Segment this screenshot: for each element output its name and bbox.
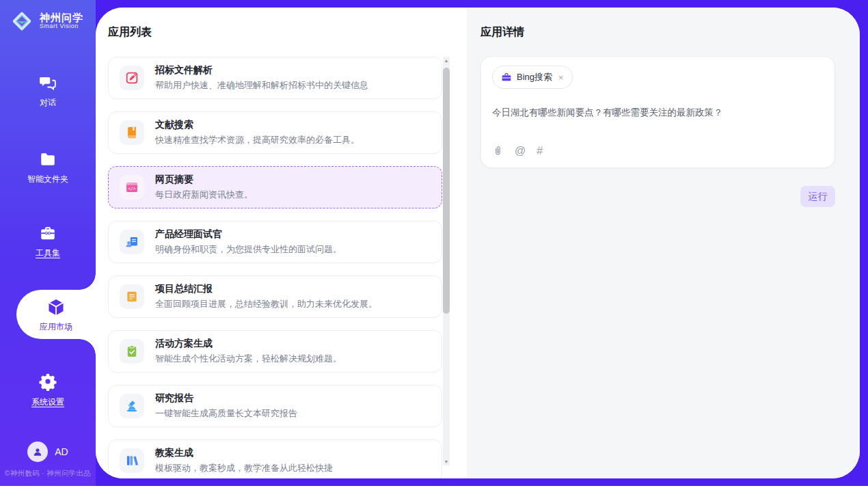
sidebar-item-label: 智能文件夹 [27, 174, 68, 185]
browser-code-icon: </> [120, 175, 144, 200]
app-description: 智能生成个性化活动方案，轻松解决规划难题。 [155, 353, 342, 365]
app-detail-title: 应用详情 [480, 25, 524, 40]
query-input-card[interactable]: Bing搜索 × 今日湖北有哪些新闻要点？有哪些需要关注的最新政策？ @ # [480, 56, 835, 168]
gear-icon [38, 372, 57, 391]
list-item-研究报告[interactable]: 研究报告一键智能生成高质量长文本研究报告 [108, 385, 442, 427]
app-card-text: 研究报告一键智能生成高质量长文本研究报告 [155, 392, 297, 420]
app-name: 活动方案生成 [155, 338, 342, 350]
app-logo: 神州问学 Smart Vision [10, 9, 83, 33]
sidebar-item-智能文件夹[interactable]: 智能文件夹 [0, 150, 96, 185]
clipboard-check-icon [120, 339, 144, 364]
run-button[interactable]: 运行 [800, 186, 835, 207]
hash-tag-icon[interactable]: # [537, 145, 543, 157]
list-item-招标文件解析[interactable]: 招标文件解析帮助用户快速、准确地理解和解析招标书中的关键信息 [108, 57, 442, 99]
app-description: 全面回顾项目进展，总结经验教训，助力未来优化发展。 [155, 298, 377, 310]
user-row[interactable]: AD [0, 442, 96, 462]
app-description: 模板驱动，教案秒成，教学准备从此轻松快捷 [155, 462, 333, 474]
app-card-text: 网页摘要每日政府新闻资讯快查。 [155, 174, 253, 201]
app-list-title: 应用列表 [108, 25, 152, 40]
note-icon [120, 284, 144, 309]
app-detail-panel: 应用详情 Bing搜索 × 今日湖北有哪些新闻要点？有哪些需要关注的最新政策？ [467, 8, 860, 478]
svg-text:</>: </> [128, 186, 136, 191]
app-name: 网页摘要 [155, 174, 253, 186]
sidebar-item-label: 系统设置 [31, 396, 64, 408]
list-item-项目总结汇报[interactable]: 项目总结汇报全面回顾项目进展，总结经验教训，助力未来优化发展。 [108, 275, 442, 318]
book-icon [120, 120, 144, 145]
user-avatar-icon [27, 442, 48, 462]
app-list-items: 招标文件解析帮助用户快速、准确地理解和解析招标书中的关键信息文献搜索快速精准查找… [108, 57, 442, 478]
app-card-text: 项目总结汇报全面回顾项目进展，总结经验教训，助力未来优化发展。 [155, 283, 377, 310]
scroll-up-icon[interactable]: ▲ [443, 58, 450, 63]
tag-close-icon[interactable]: × [558, 72, 564, 83]
cube-icon [46, 297, 66, 317]
tool-tag-bing-search[interactable]: Bing搜索 × [492, 66, 573, 89]
books-icon [120, 448, 144, 473]
chat-icon [38, 74, 57, 92]
app-card-text: 产品经理面试官明确身份和职责，为您提供专业性的面试问题。 [155, 228, 342, 256]
app-description: 一键智能生成高质量长文本研究报告 [155, 407, 297, 420]
sidebar-item-应用市场[interactable]: 应用市场 [16, 290, 96, 339]
main-content: 应用列表 招标文件解析帮助用户快速、准确地理解和解析招标书中的关键信息文献搜索快… [96, 8, 860, 478]
app-name: 研究报告 [155, 392, 297, 405]
app-description: 每日政府新闻资讯快查。 [155, 189, 253, 201]
list-item-文献搜索[interactable]: 文献搜索快速精准查找学术资源，提高研究效率的必备工具。 [108, 111, 442, 154]
scroll-down-icon[interactable]: ▼ [443, 459, 450, 464]
list-item-网页摘要[interactable]: </>网页摘要每日政府新闻资讯快查。 [108, 166, 442, 208]
list-item-产品经理面试官[interactable]: 产品经理面试官明确身份和职责，为您提供专业性的面试问题。 [108, 221, 442, 263]
paperclip-icon[interactable] [492, 144, 504, 157]
app-card-text: 文献搜索快速精准查找学术资源，提高研究效率的必备工具。 [155, 119, 360, 146]
diamond-logo-icon [10, 9, 34, 33]
input-toolbar: @ # [492, 144, 824, 159]
tool-tag-label: Bing搜索 [517, 71, 552, 83]
app-description: 快速精准查找学术资源，提高研究效率的必备工具。 [155, 134, 360, 146]
sidebar: 神州问学 Smart Vision 对话智能文件夹工具集应用市场系统设置 AD … [0, 0, 96, 486]
sidebar-item-对话[interactable]: 对话 [0, 74, 96, 109]
query-text[interactable]: 今日湖北有哪些新闻要点？有哪些需要关注的最新政策？ [492, 107, 824, 119]
app-description: 帮助用户快速、准确地理解和解析招标书中的关键信息 [155, 79, 368, 92]
app-card-text: 教案生成模板驱动，教案秒成，教学准备从此轻松快捷 [155, 447, 333, 474]
list-scrollbar[interactable]: ▲ ▼ [443, 57, 450, 465]
app-card-text: 招标文件解析帮助用户快速、准确地理解和解析招标书中的关键信息 [155, 64, 368, 92]
app-description: 明确身份和职责，为您提供专业性的面试问题。 [155, 243, 342, 256]
pen-square-icon [120, 66, 144, 90]
app-name: 招标文件解析 [155, 64, 368, 77]
app-list-panel: 应用列表 招标文件解析帮助用户快速、准确地理解和解析招标书中的关键信息文献搜索快… [96, 8, 467, 478]
list-item-活动方案生成[interactable]: 活动方案生成智能生成个性化活动方案，轻松解决规划难题。 [108, 330, 442, 372]
sidebar-footer: ©神州数码 · 神州问学出品 [0, 469, 96, 478]
toolbox-icon [38, 224, 57, 242]
briefcase-icon [501, 72, 512, 83]
app-name: 产品经理面试官 [155, 228, 342, 241]
sidebar-item-系统设置[interactable]: 系统设置 [0, 372, 96, 408]
sidebar-item-工具集[interactable]: 工具集 [0, 224, 96, 259]
scrollbar-thumb[interactable] [443, 68, 450, 314]
at-mention-icon[interactable]: @ [515, 145, 526, 157]
microscope-icon [120, 394, 144, 418]
sidebar-item-label: 对话 [40, 97, 56, 109]
app-name: 项目总结汇报 [155, 283, 377, 295]
interviewer-icon [120, 230, 144, 254]
sidebar-item-label: 应用市场 [40, 321, 72, 333]
app-name: 文献搜索 [155, 119, 360, 131]
logo-subtitle: Smart Vision [40, 23, 83, 29]
sidebar-item-label: 工具集 [36, 247, 60, 259]
logo-title: 神州问学 [40, 12, 83, 23]
app-card-text: 活动方案生成智能生成个性化活动方案，轻松解决规划难题。 [155, 338, 342, 365]
app-name: 教案生成 [155, 447, 333, 459]
user-name: AD [55, 446, 68, 457]
folder-icon [38, 150, 57, 168]
list-item-教案生成[interactable]: 教案生成模板驱动，教案秒成，教学准备从此轻松快捷 [108, 439, 442, 478]
